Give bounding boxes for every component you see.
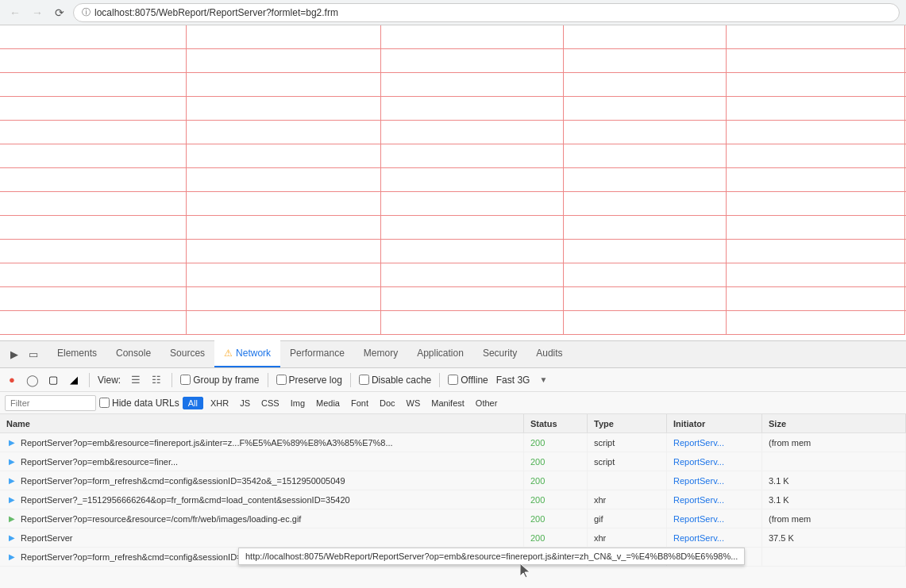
filter-doc-button[interactable]: Doc <box>376 398 399 409</box>
offline-label[interactable]: Offline <box>448 375 488 386</box>
filter-media-button[interactable]: Media <box>312 398 344 409</box>
filter-other-button[interactable]: Other <box>472 398 502 409</box>
url-text: localhost:8075/WebReport/ReportServer?fo… <box>94 7 338 18</box>
grid-cell <box>564 49 727 73</box>
device-toolbar-button[interactable]: ▭ <box>25 347 41 363</box>
td-type-4: xhr <box>588 490 667 509</box>
preserve-log-checkbox[interactable] <box>276 375 287 385</box>
tab-elements[interactable]: Elements <box>48 340 106 367</box>
td-status-2: 200 <box>524 452 588 471</box>
grid-cell <box>564 97 727 121</box>
table-row[interactable]: ▶ ReportServer?op=resource&resource=/com… <box>0 509 906 528</box>
td-size-3: 3.1 K <box>762 471 906 490</box>
td-type-3 <box>588 471 667 490</box>
filter-css-button[interactable]: CSS <box>257 398 283 409</box>
td-status-4: 200 <box>524 490 588 509</box>
disable-cache-checkbox[interactable] <box>359 375 369 385</box>
initiator-link-5[interactable]: ReportServ... <box>673 514 724 524</box>
grid-cell <box>727 144 905 168</box>
tab-sources-label: Sources <box>170 348 205 359</box>
td-initiator-5: ReportServ... <box>667 509 762 528</box>
group-by-frame-checkbox[interactable] <box>180 375 191 385</box>
view-list-button[interactable]: ☰ <box>129 373 143 387</box>
initiator-link-6[interactable]: ReportServ... <box>673 533 724 543</box>
group-by-frame-text: Group by frame <box>193 375 259 386</box>
hide-data-urls-checkbox[interactable] <box>99 398 110 408</box>
grid-cell <box>187 216 381 240</box>
disable-cache-label[interactable]: Disable cache <box>359 375 431 386</box>
td-type-7 <box>588 548 667 566</box>
address-bar[interactable]: ⓘ localhost:8075/WebReport/ReportServer?… <box>73 3 900 22</box>
initiator-link-4[interactable]: ReportServ... <box>673 495 724 505</box>
table-row[interactable]: ▶ ReportServer?op=emb&resource=finer... … <box>0 452 906 471</box>
filter-js-button[interactable]: JS <box>236 398 254 409</box>
grid-cell <box>0 311 187 335</box>
tab-security[interactable]: Security <box>473 340 526 367</box>
table-row[interactable]: ▶ ReportServer?op=form_refresh&cmd=confi… <box>0 471 906 490</box>
tab-performance[interactable]: Performance <box>280 340 354 367</box>
stop-button[interactable]: ◯ <box>25 373 40 387</box>
tab-console-label: Console <box>116 348 151 359</box>
grid-cell <box>187 287 381 311</box>
table-row[interactable]: ▶ ReportServer?op=form_refresh&cmd=confi… <box>0 548 906 567</box>
filter-xhr-button[interactable]: XHR <box>206 398 233 409</box>
reload-button[interactable]: ⟳ <box>51 4 68 21</box>
tab-console[interactable]: Console <box>106 340 160 367</box>
preserve-log-label[interactable]: Preserve log <box>276 375 342 386</box>
fast3g-dropdown-button[interactable]: ▼ <box>536 373 550 387</box>
filter-font-button[interactable]: Font <box>347 398 372 409</box>
warning-icon: ⚠ <box>224 348 233 359</box>
tab-audits[interactable]: Audits <box>526 340 572 367</box>
filter-ws-button[interactable]: WS <box>403 398 425 409</box>
td-size-4: 3.1 K <box>762 490 906 509</box>
filter-img-button[interactable]: Img <box>287 398 309 409</box>
filter-all-button[interactable]: All <box>183 397 203 409</box>
filter-button[interactable]: ◢ <box>67 373 81 387</box>
tab-network-label: Network <box>236 348 271 359</box>
table-row[interactable]: ▶ ReportServer?_=1512956666264&op=fr_for… <box>0 490 906 509</box>
filter-input[interactable] <box>5 395 96 411</box>
td-status-1: 200 <box>524 433 588 452</box>
initiator-link-2[interactable]: ReportServ... <box>673 457 724 467</box>
grid-cell <box>381 73 564 97</box>
td-name-4: ▶ ReportServer?_=1512956666264&op=fr_for… <box>0 490 524 509</box>
capture-screenshot-button[interactable]: ▢ <box>46 373 60 387</box>
devtools-panel: ▶ ▭ Elements Console Sources ⚠ Network P… <box>0 340 906 588</box>
doc-icon: ▶ <box>6 437 17 448</box>
inspect-element-button[interactable]: ▶ <box>6 347 22 363</box>
tab-network[interactable]: ⚠ Network <box>214 340 280 367</box>
grid-cell <box>0 73 187 97</box>
td-size-2 <box>762 452 906 471</box>
view-large-button[interactable]: ☷ <box>149 373 164 387</box>
offline-checkbox[interactable] <box>448 375 458 385</box>
filter-row: Hide data URLs All XHR JS CSS Img Media … <box>0 392 906 414</box>
initiator-link-3[interactable]: ReportServ... <box>673 476 724 486</box>
grid-cell <box>727 121 905 144</box>
table-row[interactable]: ▶ ReportServer 200 xhr ReportServ... 37.… <box>0 528 906 548</box>
network-toolbar: ● ◯ ▢ ◢ View: ☰ ☷ Group by frame Preserv… <box>0 368 906 392</box>
preserve-log-text: Preserve log <box>289 375 342 386</box>
filter-manifest-button[interactable]: Manifest <box>427 398 468 409</box>
td-initiator-7 <box>667 548 762 566</box>
grid-cell <box>727 263 905 287</box>
initiator-link-1[interactable]: ReportServ... <box>673 438 724 448</box>
tab-memory[interactable]: Memory <box>354 340 407 367</box>
tab-application[interactable]: Application <box>407 340 473 367</box>
td-name-3: ▶ ReportServer?op=form_refresh&cmd=confi… <box>0 471 524 490</box>
grid-cell <box>381 168 564 192</box>
grid-cell <box>564 287 727 311</box>
group-by-frame-label[interactable]: Group by frame <box>180 375 259 386</box>
network-table: Name Status Type Initiator Size ▶ Report… <box>0 414 906 588</box>
toolbar-separator-3 <box>268 373 268 387</box>
table-row[interactable]: ▶ ReportServer?op=emb&resource=finerepor… <box>0 433 906 452</box>
td-name-6: ▶ ReportServer <box>0 528 524 547</box>
back-button[interactable]: ← <box>6 4 24 21</box>
tab-sources[interactable]: Sources <box>160 340 214 367</box>
hide-data-urls-label[interactable]: Hide data URLs <box>99 398 179 409</box>
tab-application-label: Application <box>417 348 464 359</box>
record-button[interactable]: ● <box>5 373 19 387</box>
td-name-5: ▶ ReportServer?op=resource&resource=/com… <box>0 509 524 528</box>
grid-cell <box>564 121 727 144</box>
forward-button[interactable]: → <box>29 4 46 21</box>
tab-performance-label: Performance <box>290 348 345 359</box>
